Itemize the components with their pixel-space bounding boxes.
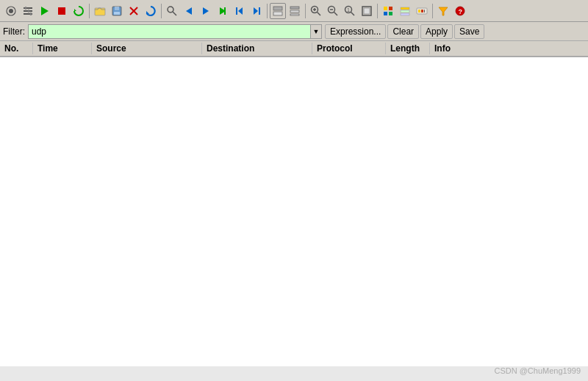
svg-rect-46: [389, 7, 392, 10]
expression-btn[interactable]: Expression...: [325, 24, 386, 39]
svg-rect-29: [273, 12, 282, 15]
sep6: [432, 4, 433, 18]
svg-rect-30: [290, 7, 299, 9]
help-btn[interactable]: ?: [452, 3, 468, 19]
filter-dropdown-btn[interactable]: ▼: [310, 24, 322, 39]
zoom-out-btn[interactable]: [325, 3, 341, 19]
svg-marker-21: [203, 7, 209, 15]
last-packet-btn[interactable]: [248, 3, 265, 19]
svg-marker-10: [74, 9, 76, 11]
col-header-length[interactable]: Length: [386, 43, 430, 54]
open-file-btn[interactable]: [92, 3, 108, 19]
svg-marker-26: [254, 7, 258, 15]
col-header-destination[interactable]: Destination: [202, 43, 312, 54]
display-filter-btn[interactable]: [435, 3, 451, 19]
fullscreen-btn[interactable]: [359, 3, 375, 19]
filter-actions: Expression... Clear Apply Save: [325, 24, 484, 39]
svg-point-7: [30, 12, 32, 15]
filter-input[interactable]: [28, 24, 310, 39]
svg-line-19: [173, 12, 176, 15]
column-headers: No. Time Source Destination Protocol Len…: [0, 41, 588, 57]
start-capture-btn[interactable]: [37, 3, 53, 19]
svg-rect-13: [115, 7, 119, 10]
packet-list[interactable]: [0, 57, 588, 366]
svg-point-1: [9, 9, 13, 13]
options-btn[interactable]: [20, 3, 36, 19]
watermark: CSDN @ChuMeng1999: [494, 366, 581, 375]
interfaces-btn[interactable]: [3, 3, 19, 19]
svg-rect-14: [114, 12, 120, 15]
svg-rect-47: [384, 12, 387, 15]
stop-capture-btn[interactable]: [54, 3, 70, 19]
col-header-protocol[interactable]: Protocol: [312, 43, 386, 54]
col-header-no[interactable]: No.: [0, 43, 33, 54]
svg-point-5: [25, 7, 27, 9]
svg-rect-49: [401, 7, 409, 10]
svg-line-41: [351, 12, 355, 15]
svg-rect-51: [401, 13, 409, 15]
svg-marker-56: [439, 7, 448, 15]
svg-line-34: [318, 12, 321, 15]
prev-packet-btn[interactable]: [181, 3, 197, 19]
sep3: [267, 4, 268, 18]
squeeze-view-btn[interactable]: [287, 3, 303, 19]
svg-rect-11: [95, 8, 105, 15]
color-rules-btn[interactable]: [397, 3, 413, 19]
save-file-btn[interactable]: [109, 3, 125, 19]
svg-marker-8: [41, 7, 49, 15]
filter-bar: Filter: ▼ Expression... Clear Apply Save: [0, 22, 588, 41]
sep1: [89, 4, 90, 18]
first-packet-btn[interactable]: [232, 3, 248, 19]
svg-point-18: [168, 7, 173, 12]
svg-line-38: [334, 12, 338, 15]
sep2: [161, 4, 162, 18]
svg-rect-55: [424, 10, 425, 12]
colorize-btn[interactable]: [380, 3, 396, 19]
filter-input-wrap: ▼: [28, 24, 322, 39]
zoom-reset-btn[interactable]: 1: [342, 3, 358, 19]
find-packet-btn[interactable]: [164, 3, 180, 19]
col-header-time[interactable]: Time: [33, 43, 92, 54]
zoom-in-btn[interactable]: [308, 3, 324, 19]
goto-packet-btn[interactable]: [215, 3, 231, 19]
svg-point-6: [28, 10, 30, 12]
svg-rect-9: [58, 7, 65, 15]
col-header-source[interactable]: Source: [92, 43, 202, 54]
apply-btn[interactable]: Apply: [420, 24, 453, 39]
svg-rect-53: [418, 10, 420, 12]
svg-marker-20: [186, 7, 192, 15]
col-header-info[interactable]: Info: [430, 43, 588, 54]
svg-rect-45: [384, 7, 387, 10]
svg-rect-32: [290, 14, 299, 15]
color-toolbar-btn[interactable]: [414, 3, 430, 19]
close-file-btn[interactable]: [126, 3, 142, 19]
normal-view-btn[interactable]: [270, 3, 286, 19]
svg-marker-17: [146, 11, 149, 14]
save-filter-btn[interactable]: Save: [454, 24, 484, 39]
restart-capture-btn[interactable]: [71, 3, 87, 19]
clear-btn[interactable]: Clear: [387, 24, 419, 39]
sep4: [305, 4, 306, 18]
svg-marker-24: [238, 7, 243, 15]
svg-rect-28: [273, 7, 282, 10]
svg-rect-54: [421, 10, 423, 12]
sep5: [377, 4, 378, 18]
next-packet-btn[interactable]: [198, 3, 214, 19]
svg-text:1: 1: [347, 7, 350, 12]
svg-rect-31: [290, 10, 299, 12]
reload-btn[interactable]: [143, 3, 159, 19]
main-toolbar: 1: [0, 0, 588, 22]
svg-text:?: ?: [459, 8, 463, 15]
svg-rect-48: [389, 12, 392, 15]
svg-rect-50: [401, 10, 409, 12]
filter-label: Filter:: [3, 26, 25, 37]
svg-rect-44: [364, 8, 370, 14]
